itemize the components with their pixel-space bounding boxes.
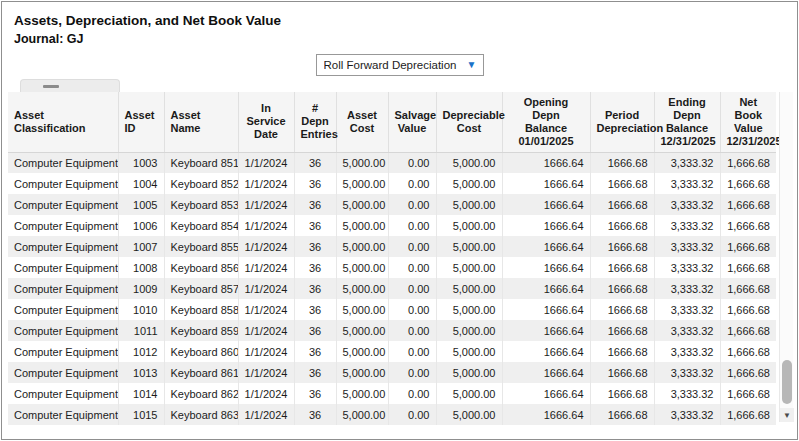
column-header[interactable]: Asset Name [164, 92, 238, 152]
table-row[interactable]: Computer Equipment1015Keyboard 8631/1/20… [8, 404, 776, 425]
table-cell: 5,000.00 [436, 236, 502, 257]
column-header[interactable]: Depreciable Cost [436, 92, 502, 152]
table-cell: 1009 [118, 278, 164, 299]
table-cell: 0.00 [388, 236, 436, 257]
table-cell: 1/1/2024 [238, 194, 294, 215]
table-cell: Keyboard 854 [164, 215, 238, 236]
chevron-down-icon[interactable]: ▼ [461, 55, 483, 75]
table-cell: 1/1/2024 [238, 257, 294, 278]
table-cell: 3,333.32 [654, 341, 720, 362]
table-cell: 3,333.32 [654, 194, 720, 215]
table-cell: 1,666.68 [720, 194, 776, 215]
vertical-scrollbar[interactable]: ▼ [779, 92, 793, 422]
table-cell: 36 [294, 362, 336, 383]
table-cell: 1,666.68 [720, 383, 776, 404]
table-row[interactable]: Computer Equipment1009Keyboard 8571/1/20… [8, 278, 776, 299]
table-cell: Computer Equipment [8, 341, 118, 362]
table-cell: 1011 [118, 320, 164, 341]
table-cell: 1015 [118, 404, 164, 425]
table-cell: 5,000.00 [336, 173, 388, 194]
column-header[interactable]: Net Book Value 12/31/2025 [720, 92, 776, 152]
panel-collapse-tab[interactable] [20, 79, 120, 92]
table-cell: 1666.64 [502, 173, 590, 194]
column-header[interactable]: Asset Classification [8, 92, 118, 152]
table-row[interactable]: Computer Equipment1014Keyboard 8621/1/20… [8, 383, 776, 404]
table-row[interactable]: Computer Equipment1013Keyboard 8611/1/20… [8, 362, 776, 383]
table-row[interactable]: Computer Equipment1010Keyboard 8581/1/20… [8, 299, 776, 320]
table-cell: 3,333.32 [654, 320, 720, 341]
table-cell: 1666.68 [590, 257, 654, 278]
table-cell: 1/1/2024 [238, 173, 294, 194]
dropdown-row: Roll Forward Depreciation ▼ [2, 54, 797, 76]
table-cell: 5,000.00 [336, 278, 388, 299]
table-cell: 36 [294, 152, 336, 173]
table-body: Computer Equipment1003Keyboard 8511/1/20… [8, 152, 776, 425]
table-cell: 1666.68 [590, 236, 654, 257]
table-cell: 0.00 [388, 152, 436, 173]
table-cell: 1666.64 [502, 299, 590, 320]
collapse-handle-icon [43, 85, 59, 88]
table-cell: 5,000.00 [336, 362, 388, 383]
table-cell: 3,333.32 [654, 362, 720, 383]
table-cell: 36 [294, 236, 336, 257]
table-cell: 1666.68 [590, 278, 654, 299]
table-cell: 3,333.32 [654, 299, 720, 320]
column-header[interactable]: Asset Cost [336, 92, 388, 152]
column-header[interactable]: Ending Depn Balance 12/31/2025 [654, 92, 720, 152]
table-row[interactable]: Computer Equipment1007Keyboard 8551/1/20… [8, 236, 776, 257]
column-header[interactable]: Period Depreciation [590, 92, 654, 152]
column-header[interactable]: In Service Date [238, 92, 294, 152]
table-row[interactable]: Computer Equipment1008Keyboard 8561/1/20… [8, 257, 776, 278]
column-header[interactable]: # Depn Entries [294, 92, 336, 152]
table-row[interactable]: Computer Equipment1003Keyboard 8511/1/20… [8, 152, 776, 173]
table-cell: 1013 [118, 362, 164, 383]
table-cell: 36 [294, 194, 336, 215]
table-cell: 1/1/2024 [238, 215, 294, 236]
table-cell: Keyboard 863 [164, 404, 238, 425]
table-cell: 36 [294, 404, 336, 425]
table-cell: 1/1/2024 [238, 341, 294, 362]
column-header[interactable]: Opening Depn Balance 01/01/2025 [502, 92, 590, 152]
table-cell: 1/1/2024 [238, 383, 294, 404]
table-cell: 3,333.32 [654, 215, 720, 236]
table-cell: 3,333.32 [654, 173, 720, 194]
table-cell: 1003 [118, 152, 164, 173]
table-row[interactable]: Computer Equipment1004Keyboard 8521/1/20… [8, 173, 776, 194]
table-cell: 5,000.00 [436, 173, 502, 194]
scroll-down-button[interactable]: ▼ [780, 408, 794, 422]
column-header[interactable]: Salvage Value [388, 92, 436, 152]
table-cell: 1012 [118, 341, 164, 362]
table-row[interactable]: Computer Equipment1006Keyboard 8541/1/20… [8, 215, 776, 236]
table-row[interactable]: Computer Equipment1012Keyboard 8601/1/20… [8, 341, 776, 362]
table-cell: Keyboard 856 [164, 257, 238, 278]
table-cell: 0.00 [388, 215, 436, 236]
report-type-dropdown[interactable]: Roll Forward Depreciation ▼ [316, 54, 484, 76]
table-cell: 1666.68 [590, 320, 654, 341]
table-cell: 36 [294, 215, 336, 236]
table-cell: Keyboard 858 [164, 299, 238, 320]
table-row[interactable]: Computer Equipment1011Keyboard 8591/1/20… [8, 320, 776, 341]
table-area: Asset ClassificationAsset IDAsset NameIn… [8, 92, 776, 425]
table-cell: Computer Equipment [8, 257, 118, 278]
table-cell: 1666.68 [590, 383, 654, 404]
table-cell: 5,000.00 [336, 383, 388, 404]
table-cell: 1666.64 [502, 278, 590, 299]
table-cell: 36 [294, 257, 336, 278]
table-cell: 36 [294, 383, 336, 404]
scrollbar-thumb[interactable] [782, 360, 792, 404]
table-row[interactable]: Computer Equipment1005Keyboard 8531/1/20… [8, 194, 776, 215]
table-cell: 5,000.00 [436, 362, 502, 383]
table-cell: Keyboard 861 [164, 362, 238, 383]
table-cell: 3,333.32 [654, 152, 720, 173]
table-cell: Computer Equipment [8, 278, 118, 299]
column-header[interactable]: Asset ID [118, 92, 164, 152]
table-cell: 5,000.00 [336, 257, 388, 278]
table-cell: Keyboard 857 [164, 278, 238, 299]
table-cell: 3,333.32 [654, 383, 720, 404]
table-header: Asset ClassificationAsset IDAsset NameIn… [8, 92, 776, 152]
table-cell: 5,000.00 [436, 215, 502, 236]
table-cell: Computer Equipment [8, 383, 118, 404]
table-cell: 36 [294, 299, 336, 320]
app-window: Assets, Depreciation, and Net Book Value… [1, 1, 798, 440]
table-cell: 5,000.00 [336, 299, 388, 320]
